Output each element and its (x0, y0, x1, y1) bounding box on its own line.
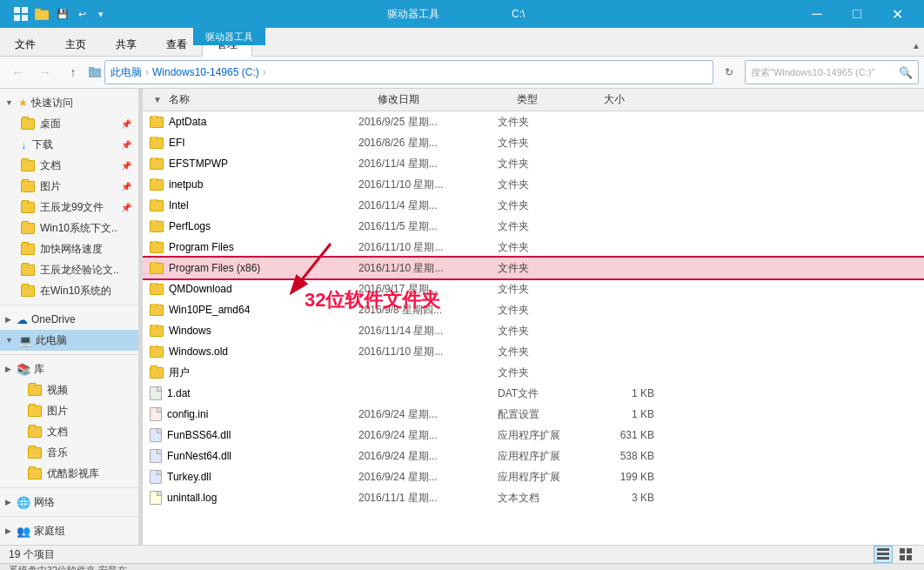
address-bar[interactable]: 此电脑 › Windows10-14965 (C:) › (104, 60, 713, 84)
sidebar-library[interactable]: ▶ 📚 库 (0, 359, 138, 379)
expand-this-pc-arrow[interactable]: ▼ (5, 336, 13, 345)
sidebar-experience-label: 王辰龙经验论文... (40, 263, 118, 278)
sidebar-divider-2 (0, 354, 138, 355)
sidebar-inwin10-label: 在Win10系统的 (40, 284, 111, 298)
tab-home[interactable]: 主页 (50, 32, 101, 57)
sidebar-item-music[interactable]: 音乐 (0, 442, 138, 463)
expand-onedrive-arrow[interactable]: ▶ (5, 315, 11, 324)
file-row[interactable]: EFSTMPWP 2016/11/4 星期... 文件夹 (143, 153, 924, 174)
svg-rect-10 (877, 548, 889, 551)
file-row[interactable]: FunNest64.dll 2016/9/24 星期... 应用程序扩展 538… (143, 446, 924, 466)
expand-library-arrow[interactable]: ▶ (5, 365, 11, 373)
up-button[interactable]: ↑ (61, 60, 85, 84)
col-header-size[interactable]: 大小 (600, 89, 670, 111)
col-header-date[interactable]: 修改日期 (374, 89, 513, 111)
quick-save-btn[interactable]: 💾 (54, 5, 71, 23)
sidebar-item-documents[interactable]: 文档 📌 (0, 155, 138, 176)
speedup-folder-icon (21, 244, 35, 255)
tab-share[interactable]: 共享 (101, 32, 151, 57)
sidebar-desktop-label: 桌面 (40, 117, 61, 131)
sidebar-onedrive[interactable]: ▶ ☁ OneDrive (0, 309, 138, 330)
file-row[interactable]: config.ini 2016/9/24 星期... 配置设置 1 KB (143, 404, 924, 425)
file-row[interactable]: Program Files (x86) 2016/11/10 星期... 文件夹 (143, 258, 924, 278)
back-button[interactable]: ← (5, 60, 30, 84)
expand-homegroup-arrow[interactable]: ▶ (5, 526, 11, 535)
sidebar-item-pictures[interactable]: 图片 📌 (0, 176, 138, 197)
svg-rect-1 (22, 7, 28, 13)
view-tiles-button[interactable] (896, 546, 915, 563)
quick-dropdown-btn[interactable]: ▾ (92, 5, 110, 23)
file-row[interactable]: unintall.log 2016/11/1 星期... 文本文档 3 KB (143, 487, 924, 508)
sidebar-item-win10[interactable]: Win10系统下文... (0, 218, 138, 238)
file-date: 2016/8/26 星期... (358, 136, 498, 151)
status-right (874, 546, 915, 563)
expand-network-arrow[interactable]: ▶ (5, 498, 11, 506)
file-row[interactable]: Program Files 2016/11/10 星期... 文件夹 (143, 237, 924, 258)
search-icon[interactable]: 🔍 (899, 66, 913, 79)
sidebar-this-pc[interactable]: ▼ 💻 此电脑 (0, 330, 138, 351)
sidebar-item-experience[interactable]: 王辰龙经验论文... (0, 259, 138, 280)
sidebar-item-speedup[interactable]: 加快网络速度 (0, 238, 138, 259)
file-row[interactable]: Intel 2016/11/4 星期... 文件夹 (143, 195, 924, 216)
file-row[interactable]: PerfLogs 2016/11/5 星期... 文件夹 (143, 216, 924, 237)
file-row[interactable]: Turkey.dll 2016/9/24 星期... 应用程序扩展 199 KB (143, 466, 924, 487)
breadcrumb-this-pc[interactable]: 此电脑 (110, 65, 142, 80)
file-list: AptData 2016/9/25 星期... 文件夹 EFI 2016/8/2… (143, 111, 924, 545)
col-header-type[interactable]: 类型 (513, 89, 600, 111)
file-date: 2016/9/17 星期... (358, 282, 498, 297)
sort-arrow-icon[interactable]: ▼ (150, 95, 165, 104)
file-name: EFI (150, 137, 358, 149)
search-placeholder: 搜索"Windows10-14965 (C:)" (751, 66, 895, 79)
view-details-button[interactable] (874, 546, 893, 563)
homegroup-label: 家庭组 (34, 524, 65, 539)
file-row[interactable]: Windows.old 2016/11/10 星期... 文件夹 (143, 341, 924, 362)
tab-file[interactable]: 文件 (0, 32, 50, 57)
file-name: Program Files (x86) (150, 262, 358, 274)
sidebar-item-wangchenlong[interactable]: 王辰龙99文件 📌 (0, 197, 138, 218)
sidebar-item-docs[interactable]: 文档 (0, 421, 138, 442)
file-row[interactable]: Windows 2016/11/14 星期... 文件夹 (143, 320, 924, 341)
maximize-button[interactable]: □ (837, 0, 877, 28)
ribbon-area: 驱动器工具 文件 主页 共享 查看 管理 ▲ (0, 28, 924, 57)
folder-title-icon (35, 8, 49, 20)
file-name: config.ini (150, 407, 358, 421)
file-row[interactable]: AptData 2016/9/25 星期... 文件夹 (143, 111, 924, 132)
file-row[interactable]: FunBSS64.dll 2016/9/24 星期... 应用程序扩展 631 … (143, 425, 924, 446)
sidebar-item-photos[interactable]: 图片 (0, 400, 138, 421)
file-icon (150, 386, 162, 400)
file-row[interactable]: Win10PE_amd64 2016/9/8 星期四... 文件夹 (143, 299, 924, 320)
folder-icon (150, 117, 164, 128)
file-row[interactable]: EFI 2016/8/26 星期... 文件夹 (143, 132, 924, 153)
file-row[interactable]: inetpub 2016/11/10 星期... 文件夹 (143, 174, 924, 195)
sidebar-item-inwin10[interactable]: 在Win10系统的 (0, 280, 138, 301)
file-row[interactable]: 1.dat DAT文件 1 KB (143, 383, 924, 404)
search-bar[interactable]: 搜索"Windows10-14965 (C:)" 🔍 (745, 60, 919, 84)
sidebar-homegroup[interactable]: ▶ 👥 家庭组 (0, 520, 138, 541)
breadcrumb-drive[interactable]: Windows10-14965 (C:) (152, 66, 259, 78)
file-type: 应用程序扩展 (498, 470, 585, 485)
quick-undo-btn[interactable]: ↩ (73, 5, 90, 23)
sidebar-item-desktop[interactable]: 桌面 📌 (0, 113, 138, 134)
file-row[interactable]: QMDownload 2016/9/17 星期... 文件夹 (143, 278, 924, 299)
sidebar-network[interactable]: ▶ 🌐 网络 (0, 492, 138, 513)
sidebar-item-download[interactable]: ↓ 下载 📌 (0, 134, 138, 155)
this-pc-icon: 💻 (18, 334, 32, 347)
quick-access-label: 快速访问 (31, 96, 73, 111)
forward-button[interactable]: → (33, 60, 57, 84)
file-row[interactable]: 用户 文件夹 (143, 362, 924, 383)
sidebar-item-video[interactable]: 视频 (0, 379, 138, 400)
col-header-name[interactable]: 名称 (165, 89, 374, 111)
sidebar-quick-access[interactable]: ▼ ★ 快速访问 (0, 92, 138, 113)
file-date: 2016/11/10 星期... (358, 240, 498, 255)
ribbon-toggle-btn[interactable]: ▲ (912, 41, 921, 50)
close-button[interactable]: ✕ (877, 0, 917, 28)
refresh-button[interactable]: ↻ (717, 60, 741, 84)
title-bar-left: 💾 ↩ ▾ (7, 5, 115, 23)
minimize-button[interactable]: ─ (797, 0, 837, 28)
sidebar-documents-label: 文档 (40, 158, 61, 173)
file-icon (150, 449, 162, 463)
file-icon (150, 470, 162, 484)
sidebar-item-youku[interactable]: 优酷影视库 (0, 463, 138, 484)
photos-folder-icon (28, 406, 42, 417)
expand-quick-access-arrow[interactable]: ▼ (5, 98, 13, 107)
